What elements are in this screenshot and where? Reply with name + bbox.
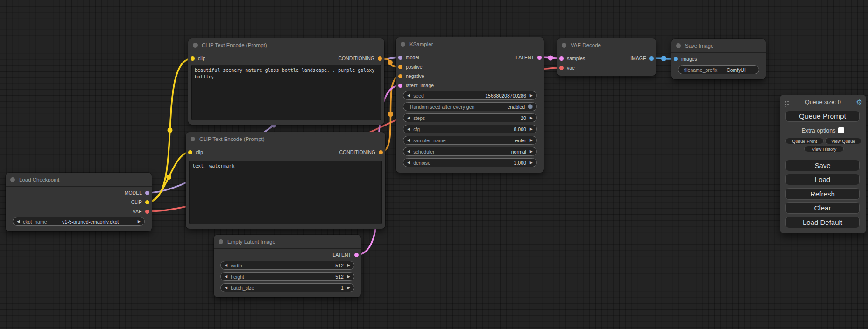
- conditioning-output-port[interactable]: [379, 150, 383, 154]
- node-title-bar[interactable]: KSampler: [396, 37, 544, 51]
- collapse-dot-icon[interactable]: [562, 43, 566, 48]
- clip-output-port[interactable]: [145, 200, 149, 204]
- node-empty-latent-image[interactable]: Empty Latent Image LATENT ◀ width 512 ▶ …: [214, 235, 361, 297]
- node-load-checkpoint[interactable]: Load Checkpoint MODEL CLIP VAE ◀ ckpt_na…: [6, 173, 152, 231]
- link-midpoint-dot[interactable]: [661, 56, 666, 61]
- increment-arrow-icon[interactable]: ▶: [530, 150, 533, 154]
- link-midpoint-dot[interactable]: [166, 175, 171, 180]
- output-label: VAE: [133, 209, 142, 214]
- increment-arrow-icon[interactable]: ▶: [347, 275, 350, 279]
- increment-arrow-icon[interactable]: ▶: [530, 127, 533, 131]
- decrement-arrow-icon[interactable]: ◀: [407, 127, 410, 131]
- node-title-bar[interactable]: Empty Latent Image: [214, 235, 361, 249]
- cfg-widget[interactable]: ◀ cfg 8.000 ▶: [403, 125, 537, 133]
- height-widget[interactable]: ◀ height 512 ▶: [220, 272, 354, 281]
- widget-value: ComfyUI: [727, 67, 746, 73]
- clip-input-port[interactable]: [191, 56, 195, 61]
- steps-widget[interactable]: ◀ steps 20 ▶: [403, 113, 537, 122]
- model-input-port[interactable]: [398, 56, 402, 60]
- latent-output-port[interactable]: [354, 253, 359, 257]
- decrement-arrow-icon[interactable]: ◀: [225, 275, 227, 279]
- queue-prompt-button[interactable]: Queue Prompt: [785, 111, 860, 122]
- conditioning-output-port[interactable]: [378, 56, 382, 61]
- latent-output-port[interactable]: [537, 56, 542, 60]
- view-queue-button[interactable]: View Queue: [825, 138, 861, 144]
- collapse-dot-icon[interactable]: [193, 43, 198, 48]
- decrement-arrow-icon[interactable]: ◀: [17, 220, 20, 224]
- increment-arrow-icon[interactable]: ▶: [530, 161, 533, 165]
- increment-arrow-icon[interactable]: ▶: [138, 220, 141, 224]
- prompt-textarea[interactable]: text, watermark: [189, 161, 382, 224]
- increment-arrow-icon[interactable]: ▶: [347, 286, 350, 290]
- queue-size-label: Queue size: 0: [780, 99, 866, 105]
- decrement-arrow-icon[interactable]: ◀: [225, 264, 227, 267]
- output-row-model: MODEL: [6, 188, 152, 197]
- view-history-button[interactable]: View History: [804, 146, 844, 152]
- link-midpoint-dot[interactable]: [388, 112, 393, 117]
- save-button[interactable]: Save: [785, 160, 860, 171]
- widget-value: 1: [341, 285, 344, 291]
- link-midpoint-dot[interactable]: [168, 128, 173, 133]
- filename-prefix-widget[interactable]: filename_prefix ComfyUI: [678, 65, 759, 74]
- collapse-dot-icon[interactable]: [676, 43, 681, 48]
- increment-arrow-icon[interactable]: ▶: [347, 264, 350, 267]
- port-row-positive: positive: [396, 62, 544, 71]
- widget-value: 512: [335, 274, 344, 280]
- toggle-dot-icon[interactable]: [528, 104, 533, 109]
- increment-arrow-icon[interactable]: ▶: [530, 116, 533, 120]
- node-title-bar[interactable]: VAE Decode: [557, 38, 656, 52]
- denoise-widget[interactable]: ◀ denoise 1.000 ▶: [403, 158, 537, 167]
- scheduler-widget[interactable]: ◀ scheduler normal ▶: [403, 147, 537, 156]
- collapse-dot-icon[interactable]: [401, 42, 405, 47]
- load-default-button[interactable]: Load Default: [785, 217, 860, 228]
- settings-gear-icon[interactable]: ⚙: [856, 98, 862, 106]
- node-title-bar[interactable]: CLIP Text Encode (Prompt): [188, 38, 384, 52]
- decrement-arrow-icon[interactable]: ◀: [407, 94, 410, 98]
- vae-output-port[interactable]: [145, 210, 149, 214]
- model-output-port[interactable]: [145, 191, 149, 195]
- decrement-arrow-icon[interactable]: ◀: [407, 116, 410, 120]
- vae-input-port[interactable]: [559, 66, 564, 70]
- collapse-dot-icon[interactable]: [10, 177, 15, 182]
- increment-arrow-icon[interactable]: ▶: [530, 139, 533, 142]
- width-widget[interactable]: ◀ width 512 ▶: [220, 261, 354, 270]
- clip-input-port[interactable]: [188, 150, 192, 154]
- load-button[interactable]: Load: [785, 174, 860, 185]
- latent-image-input-port[interactable]: [398, 84, 402, 88]
- node-title-bar[interactable]: Save Image: [671, 39, 766, 53]
- graph-canvas[interactable]: Load Checkpoint MODEL CLIP VAE ◀ ckpt_na…: [0, 0, 868, 329]
- collapse-dot-icon[interactable]: [219, 239, 223, 244]
- node-vae-decode[interactable]: VAE Decode samples IMAGE vae: [557, 38, 656, 76]
- node-ksampler[interactable]: KSampler model LATENT positive negative …: [396, 37, 544, 173]
- node-clip-text-encode-negative[interactable]: CLIP Text Encode (Prompt) clip CONDITION…: [186, 132, 385, 229]
- node-title-bar[interactable]: Load Checkpoint: [6, 173, 152, 187]
- widget-value: 20: [521, 115, 526, 121]
- node-save-image[interactable]: Save Image images filename_prefix ComfyU…: [671, 39, 766, 79]
- collapse-dot-icon[interactable]: [191, 137, 195, 141]
- batch-size-widget[interactable]: ◀ batch_size 1 ▶: [220, 283, 354, 292]
- decrement-arrow-icon[interactable]: ◀: [407, 139, 410, 142]
- link-midpoint-dot[interactable]: [388, 60, 393, 65]
- seed-widget[interactable]: ◀ seed 156680208700286 ▶: [403, 91, 537, 100]
- prompt-textarea[interactable]: beautiful scenery nature glass bottle la…: [191, 65, 381, 120]
- decrement-arrow-icon[interactable]: ◀: [407, 161, 410, 165]
- random-seed-toggle-widget[interactable]: Random seed after every gen enabled: [403, 102, 537, 111]
- positive-input-port[interactable]: [398, 65, 402, 69]
- link-midpoint-dot[interactable]: [548, 56, 553, 61]
- decrement-arrow-icon[interactable]: ◀: [225, 286, 227, 290]
- node-title-bar[interactable]: CLIP Text Encode (Prompt): [186, 132, 385, 146]
- clear-button[interactable]: Clear: [785, 202, 860, 214]
- samples-input-port[interactable]: [559, 56, 564, 61]
- node-clip-text-encode-positive[interactable]: CLIP Text Encode (Prompt) clip CONDITION…: [188, 38, 384, 125]
- queue-front-button[interactable]: Queue Front: [785, 138, 824, 144]
- decrement-arrow-icon[interactable]: ◀: [407, 150, 410, 154]
- extra-options-checkbox[interactable]: [838, 127, 844, 133]
- increment-arrow-icon[interactable]: ▶: [530, 94, 533, 98]
- ckpt-name-widget[interactable]: ◀ ckpt_name v1-5-pruned-emaonly.ckpt ▶: [13, 217, 145, 226]
- refresh-button[interactable]: Refresh: [785, 188, 860, 200]
- output-row-latent: LATENT: [214, 250, 361, 259]
- sampler-name-widget[interactable]: ◀ sampler_name euler ▶: [403, 136, 537, 145]
- images-input-port[interactable]: [674, 57, 678, 61]
- negative-input-port[interactable]: [398, 74, 402, 78]
- image-output-port[interactable]: [649, 56, 654, 61]
